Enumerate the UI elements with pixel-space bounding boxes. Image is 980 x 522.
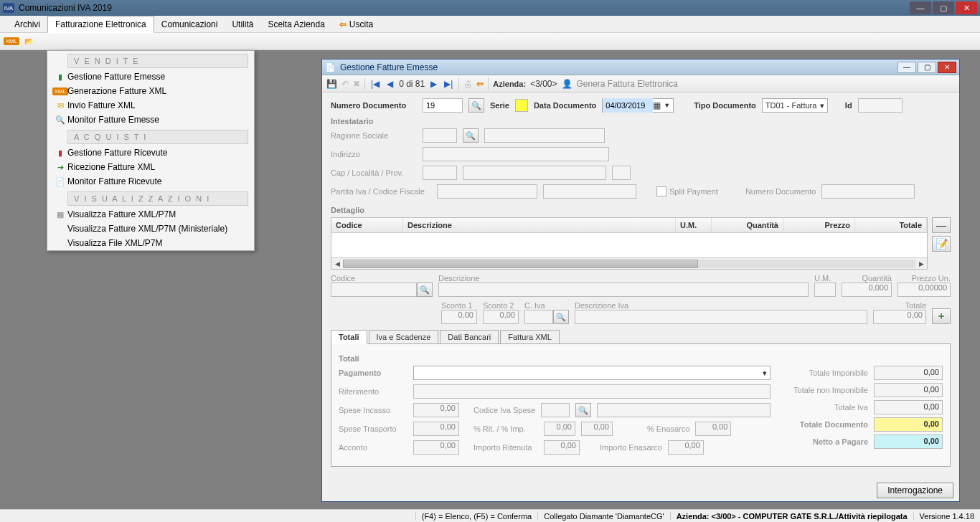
mail-send-icon: ✉: [53, 101, 67, 110]
indirizzo-field: [423, 147, 609, 161]
ragione-lookup[interactable]: 🔍: [463, 128, 479, 143]
edit-um-field[interactable]: [814, 283, 836, 297]
edit-descr-iva-field[interactable]: [575, 310, 867, 324]
edit-civa-lookup[interactable]: 🔍: [553, 310, 569, 324]
data-documento-picker[interactable]: ▦ ▼: [602, 98, 674, 113]
edit-codice-lookup[interactable]: 🔍: [417, 283, 433, 297]
codice-iva-spese-lookup[interactable]: 🔍: [575, 403, 591, 417]
window-minimize-button[interactable]: —: [910, 1, 931, 14]
col-totale[interactable]: Totale: [855, 218, 927, 232]
child-close-button[interactable]: ✕: [938, 62, 956, 73]
scroll-left-icon[interactable]: ◀: [331, 260, 343, 267]
nav-first-button[interactable]: |◀: [369, 79, 381, 89]
edit-sconto2-field[interactable]: 0,00: [483, 310, 519, 324]
nav-next-button[interactable]: ▶: [429, 79, 438, 89]
menu-visualizza-fatture-ministeriale[interactable]: Visualizza Fatture XML/P7M (Ministeriale…: [47, 222, 254, 236]
riferimento-field[interactable]: [413, 384, 771, 399]
grid-scrollbar[interactable]: ◀ ▶: [331, 257, 927, 269]
menu-visualizza-fatture-p7m[interactable]: ▦Visualizza Fatture XML/P7M: [47, 207, 254, 222]
scroll-right-icon[interactable]: ▶: [915, 260, 927, 267]
toolbar-xml-icon[interactable]: XML: [4, 35, 19, 48]
numero-documento-input[interactable]: [423, 98, 463, 113]
totale-non-imponibile-label: Totale non Imponibile: [793, 386, 868, 394]
spese-trasporto-field[interactable]: 0,00: [413, 422, 459, 436]
azienda-value: <3/00>: [530, 79, 557, 89]
menu-comunicazioni[interactable]: Comunicazioni: [154, 16, 225, 32]
edit-civa-field[interactable]: [524, 310, 553, 324]
acconto-field[interactable]: 0,00: [413, 440, 459, 455]
menu-scelta-azienda[interactable]: Scelta Azienda: [260, 16, 331, 32]
tab-fattura-xml[interactable]: Fattura XML: [500, 330, 560, 344]
netto-a-pagare-value: 0,00: [874, 435, 943, 449]
edit-prezzo-field[interactable]: 0,00000: [897, 283, 951, 297]
col-quantita[interactable]: Quantità: [712, 218, 783, 232]
rit-field[interactable]: 0,00: [544, 422, 575, 436]
col-descrizione[interactable]: Descrizione: [403, 218, 676, 232]
calendar-icon[interactable]: ▦: [653, 100, 661, 110]
window-close-button[interactable]: ✕: [956, 1, 977, 14]
main-toolbar: XML 📂: [0, 33, 980, 50]
undo-icon[interactable]: ↶: [341, 79, 349, 89]
toolbar-folder-icon[interactable]: 📂: [22, 35, 36, 48]
grid-edit-button[interactable]: 📝: [932, 236, 951, 252]
child-minimize-button[interactable]: —: [897, 62, 916, 73]
codice-iva-spese-field[interactable]: [541, 403, 570, 417]
data-documento-label: Data Documento: [534, 101, 596, 110]
print-icon[interactable]: 🖨: [463, 79, 472, 89]
window-maximize-button[interactable]: ▢: [933, 1, 954, 14]
scroll-thumb[interactable]: [343, 260, 698, 268]
date-dropdown-icon[interactable]: ▼: [661, 102, 673, 109]
fatturazione-dropdown: V E N D I T E ▮Gestione Fatture Emesse X…: [47, 50, 255, 251]
menu-utilita[interactable]: Utilità: [225, 16, 260, 32]
menu-ricezione-fatture-xml[interactable]: ➔Ricezione Fatture XML: [47, 160, 254, 174]
menu-monitor-fatture-emesse[interactable]: 🔍Monitor Fatture Emesse: [47, 113, 254, 127]
riferimento-label: Riferimento: [339, 387, 407, 396]
menu-fatturazione-elettronica[interactable]: Fatturazione Elettronica: [47, 16, 154, 33]
delete-icon[interactable]: ✖: [353, 79, 360, 89]
head-icon[interactable]: 👤: [562, 79, 573, 89]
save-icon[interactable]: 💾: [326, 79, 337, 89]
edit-qta-field[interactable]: 0,000: [842, 283, 892, 297]
grid-remove-button[interactable]: —: [932, 217, 951, 233]
child-toolbar: 💾 ↶ ✖ |◀ ◀ 0 di 81 ▶ ▶| 🖨 ⇦ Azienda: <3/…: [322, 75, 959, 92]
col-um[interactable]: U.M.: [676, 218, 712, 232]
spese-incasso-field[interactable]: 0,00: [413, 403, 459, 417]
pagamento-combo[interactable]: ▾: [413, 366, 771, 380]
tab-iva-scadenze[interactable]: Iva e Scadenze: [369, 330, 439, 344]
grid-add-button[interactable]: ＋: [932, 308, 951, 324]
rit-imp-label: % Rit. / % Imp.: [473, 424, 538, 433]
enasarco-field[interactable]: 0,00: [695, 422, 731, 436]
back-arrow-icon[interactable]: ⇦: [476, 79, 484, 89]
child-maximize-button[interactable]: ▢: [918, 62, 936, 73]
data-documento-input[interactable]: [603, 98, 653, 113]
edit-codice-field[interactable]: [331, 283, 417, 297]
menu-gestione-fatture-emesse[interactable]: ▮Gestione Fatture Emesse: [47, 70, 254, 84]
menu-archivi[interactable]: Archivi: [7, 16, 47, 32]
col-codice[interactable]: Codice: [331, 218, 403, 232]
edit-descr-field[interactable]: [438, 283, 809, 297]
interrogazione-button[interactable]: Interrogazione: [877, 483, 953, 498]
col-prezzo[interactable]: Prezzo: [783, 218, 855, 232]
totale-non-imponibile-value: 0,00: [874, 383, 943, 397]
menu-visualizza-file-p7m[interactable]: Visualizza File XML/P7M: [47, 236, 254, 250]
edit-sconto1-field[interactable]: 0,00: [441, 310, 477, 324]
imp-field[interactable]: 0,00: [581, 422, 613, 436]
menu-monitor-fatture-ricevute[interactable]: 📄Monitor Fatture Ricevute: [47, 174, 254, 189]
edit-qta-label: Quantità: [842, 274, 892, 283]
numero-documento-lookup[interactable]: 🔍: [468, 98, 484, 113]
split-payment-checkbox[interactable]: [656, 186, 666, 196]
genera-fattura-label[interactable]: Genera Fattura Elettronica: [577, 79, 678, 89]
tab-dati-bancari[interactable]: Dati Bancari: [440, 330, 499, 344]
dettaglio-grid[interactable]: Codice Descrizione U.M. Quantità Prezzo …: [331, 217, 928, 270]
arrow-right-green-icon: ➔: [53, 163, 67, 172]
menu-gestione-fatture-ricevute[interactable]: ▮Gestione Fatture Ricevute: [47, 146, 254, 160]
menu-generazione-fatture-xml[interactable]: XMLGenerazione Fatture XML: [47, 84, 254, 98]
nav-last-button[interactable]: ▶|: [443, 79, 454, 89]
menu-uscita[interactable]: ⇦ Uscita: [332, 16, 380, 32]
edit-descr-iva-label: Descrizione Iva: [575, 301, 867, 310]
nav-prev-button[interactable]: ◀: [385, 79, 395, 89]
grid-body[interactable]: [331, 233, 927, 257]
menu-invio-fatture-xml[interactable]: ✉Invio Fatture XML: [47, 98, 254, 113]
tab-totali[interactable]: Totali: [331, 330, 367, 344]
tipo-documento-combo[interactable]: TD01 - Fattura▾: [762, 98, 828, 113]
